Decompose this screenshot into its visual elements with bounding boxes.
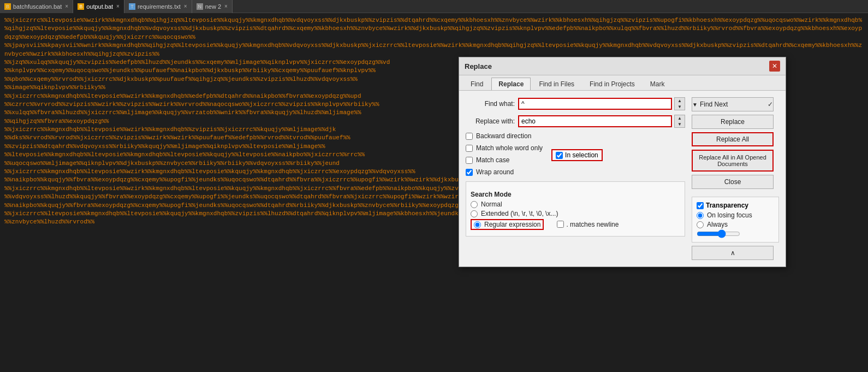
tab-batchfuscation-close[interactable]: × bbox=[65, 3, 68, 9]
wrap-around-row: Wrap around bbox=[466, 168, 543, 176]
search-mode-title: Search Mode bbox=[471, 191, 680, 198]
find-arrow-down[interactable]: ▼ bbox=[675, 104, 685, 110]
replace-all-opened-button[interactable]: Replace All in All Opened Documents bbox=[692, 150, 774, 172]
close-button[interactable]: Close bbox=[692, 175, 774, 189]
tab-find-in-files[interactable]: Find in Files bbox=[532, 78, 581, 90]
radio-normal-label: Normal bbox=[481, 200, 502, 208]
scroll-up-icon: ∧ bbox=[730, 249, 735, 257]
in-selection-checkbox[interactable] bbox=[556, 152, 563, 159]
whole-word-label: Match whole word only bbox=[476, 144, 543, 152]
replace-all-label: Replace All bbox=[716, 135, 749, 143]
find-what-input[interactable] bbox=[518, 98, 672, 110]
always-label: Always bbox=[707, 221, 728, 228]
dialog-body: Find what: ▲ ▼ Replace with: bbox=[459, 91, 786, 267]
find-next-checkmark: ✓ bbox=[768, 101, 773, 108]
slider-container bbox=[697, 230, 774, 238]
bat-icon: B bbox=[4, 3, 11, 10]
search-mode-box: Search Mode Normal Extended (\n, \r, \t,… bbox=[466, 181, 685, 237]
on-losing-focus-row: On losing focus bbox=[697, 211, 774, 219]
scroll-up-button[interactable]: ∧ bbox=[692, 246, 774, 260]
radio-regex-row: Regular expression bbox=[471, 219, 544, 230]
dialog-right-panel: ▼ Find Next ✓ Replace Replace All Repl bbox=[692, 97, 779, 260]
radio-extended-label: Extended (\n, \r, \t, \0, \x...) bbox=[481, 210, 558, 217]
dialog-close-button[interactable]: ✕ bbox=[769, 61, 780, 72]
transparency-slider[interactable] bbox=[697, 230, 740, 238]
tab-replace[interactable]: Replace bbox=[491, 78, 531, 90]
radio-regex[interactable] bbox=[474, 221, 481, 228]
find-what-row: Find what: ▲ ▼ bbox=[466, 97, 685, 110]
dot-matches-row: . matches newline bbox=[557, 221, 619, 228]
radio-normal[interactable] bbox=[471, 201, 478, 208]
tab-requirements-label: requirements.txt bbox=[138, 3, 181, 10]
tab-requirements-close[interactable]: × bbox=[184, 3, 187, 9]
dot-matches-label: . matches newline bbox=[566, 221, 619, 228]
txt-icon: T bbox=[129, 3, 135, 10]
find-input-wrap: ▲ ▼ bbox=[518, 97, 685, 110]
replace-input-wrap: ▲ ▼ bbox=[518, 115, 685, 128]
backward-direction-row: Backward direction bbox=[466, 132, 543, 140]
transparency-checkbox[interactable] bbox=[697, 202, 704, 209]
replace-label: Replace bbox=[721, 118, 745, 126]
replace-arrow-up[interactable]: ▲ bbox=[675, 115, 685, 121]
dot-matches-checkbox[interactable] bbox=[557, 221, 564, 228]
radio-extended-row: Extended (\n, \r, \t, \0, \x...) bbox=[471, 210, 680, 217]
replace-arrow-down[interactable]: ▼ bbox=[675, 121, 685, 127]
always-radio[interactable] bbox=[697, 221, 704, 228]
editor-area: %%jxiczrrc%%ltevposie%%wzirk%%kmgnxdhqb%… bbox=[0, 13, 868, 372]
bat-icon-output: B bbox=[78, 3, 84, 10]
replace-with-row: Replace with: ▲ ▼ bbox=[466, 115, 685, 128]
match-case-row: Match case bbox=[466, 156, 543, 164]
tab-batchfuscation-label: batchfuscation.bat bbox=[13, 3, 62, 10]
whole-word-checkbox[interactable] bbox=[466, 145, 473, 152]
tab-new2-label: new 2 bbox=[205, 3, 221, 10]
tab-new2[interactable]: N new 2 × bbox=[192, 0, 233, 13]
match-case-label: Match case bbox=[476, 156, 509, 164]
tab-output[interactable]: B output.bat × bbox=[73, 0, 124, 13]
tab-mark[interactable]: Mark bbox=[643, 78, 672, 90]
find-next-label: Find Next bbox=[700, 101, 728, 108]
wrap-around-checkbox[interactable] bbox=[466, 169, 473, 176]
replace-button[interactable]: Replace bbox=[692, 115, 774, 129]
replace-with-input[interactable] bbox=[518, 115, 672, 127]
tab-requirements[interactable]: T requirements.txt × bbox=[124, 0, 192, 13]
on-losing-focus-label: On losing focus bbox=[707, 211, 752, 219]
in-selection-wrap: In selection bbox=[551, 149, 603, 161]
radio-normal-row: Normal bbox=[471, 200, 680, 208]
always-row: Always bbox=[697, 221, 774, 228]
dialog-title: Replace bbox=[465, 62, 492, 70]
dialog-tab-bar: Find Replace Find in Files Find in Proje… bbox=[459, 75, 786, 91]
transparency-title: Transparency bbox=[697, 202, 774, 209]
backward-direction-checkbox[interactable] bbox=[466, 133, 473, 140]
close-label: Close bbox=[724, 178, 741, 186]
whole-word-row: Match whole word only bbox=[466, 144, 543, 152]
replace-arrow-group: ▲ ▼ bbox=[674, 115, 685, 128]
new-icon: N bbox=[197, 3, 203, 10]
backward-direction-label: Backward direction bbox=[476, 132, 531, 140]
radio-extended[interactable] bbox=[471, 210, 478, 217]
tab-new2-close[interactable]: × bbox=[224, 3, 228, 9]
find-arrow-group: ▲ ▼ bbox=[674, 97, 685, 110]
replace-all-opened-label: Replace All in All Opened Documents bbox=[695, 154, 770, 167]
tab-output-label: output.bat bbox=[86, 3, 113, 10]
find-next-triangle: ▼ bbox=[692, 102, 698, 108]
on-losing-focus-radio[interactable] bbox=[697, 212, 704, 219]
tab-find-in-projects[interactable]: Find in Projects bbox=[582, 78, 642, 90]
tab-output-close[interactable]: × bbox=[116, 3, 120, 9]
tab-batchfuscation[interactable]: B batchfuscation.bat × bbox=[0, 0, 73, 13]
replace-all-button[interactable]: Replace All bbox=[692, 132, 774, 146]
replace-with-label: Replace with: bbox=[466, 117, 515, 125]
replace-dialog: Replace ✕ Find Replace Find in Files Fin… bbox=[459, 57, 786, 267]
tab-find[interactable]: Find bbox=[463, 78, 490, 90]
transparency-section: Transparency On losing focus Always bbox=[692, 197, 779, 243]
in-selection-label: In selection bbox=[565, 151, 598, 159]
match-case-checkbox[interactable] bbox=[466, 157, 473, 164]
find-next-button[interactable]: ▼ Find Next ✓ bbox=[692, 97, 774, 111]
dialog-titlebar: Replace ✕ bbox=[459, 57, 786, 75]
tab-bar: B batchfuscation.bat × B output.bat × T … bbox=[0, 0, 868, 13]
wrap-around-label: Wrap around bbox=[476, 168, 514, 176]
dialog-left-panel: Find what: ▲ ▼ Replace with: bbox=[466, 97, 685, 260]
radio-regex-label: Regular expression bbox=[484, 221, 540, 228]
transparency-label: Transparency bbox=[706, 202, 748, 209]
find-arrow-up[interactable]: ▲ bbox=[675, 98, 685, 104]
find-what-label: Find what: bbox=[466, 100, 515, 108]
